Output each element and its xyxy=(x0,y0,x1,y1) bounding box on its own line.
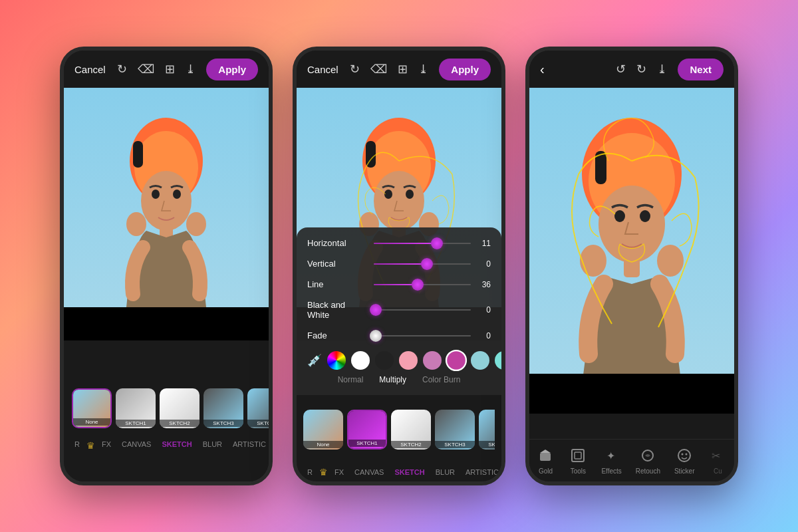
slider-bw-thumb[interactable] xyxy=(370,304,382,316)
cat-blur-2[interactable]: BLUR xyxy=(430,466,460,479)
svg-point-8 xyxy=(186,212,206,236)
tool-sticker[interactable]: Sticker xyxy=(674,446,695,475)
filter-thumb-2-1[interactable]: SKTCH2 xyxy=(160,388,200,428)
download-icon-2[interactable]: ⤓ xyxy=(418,62,428,76)
redo-icon-2[interactable]: ↻ xyxy=(350,62,360,76)
filter-thumb-1-1[interactable]: SKTCH1 xyxy=(116,388,156,428)
filter-thumb-none-2[interactable]: None xyxy=(303,410,343,450)
top-bar-2: Cancel ↻ ⌫ ⊞ ⤓ Apply xyxy=(297,51,501,88)
color-extra[interactable] xyxy=(495,351,505,370)
blend-colorburn[interactable]: Color Burn xyxy=(422,375,460,384)
next-button-3[interactable]: Next xyxy=(678,59,724,80)
eraser-icon-1[interactable]: ⌫ xyxy=(138,62,154,76)
eyedropper-icon[interactable]: 💉 xyxy=(307,353,322,368)
filter-label-none-2: None xyxy=(303,441,343,448)
top-bar-right-1: ↻ ⌫ ⊞ ⤓ Apply xyxy=(117,59,258,80)
svg-rect-24 xyxy=(624,254,640,277)
copy-icon-2[interactable]: ⊞ xyxy=(398,62,408,76)
cat-artistic-2[interactable]: ARTISTIC xyxy=(460,466,501,479)
color-purple-selected[interactable] xyxy=(446,350,467,371)
cat-sketch-2[interactable]: SKETCH xyxy=(389,466,430,479)
cat-fx-1[interactable]: FX xyxy=(96,438,116,454)
cat-r-2[interactable]: R xyxy=(302,466,318,479)
cat-blur-1[interactable]: BLUR xyxy=(198,438,227,454)
phone-panel-3: ‹ ↺ ↻ ⤓ Next xyxy=(525,47,738,485)
filter-thumb-2-2[interactable]: SKTCH2 xyxy=(391,410,431,450)
color-white[interactable] xyxy=(351,351,370,370)
apply-button-2[interactable]: Apply xyxy=(439,59,491,80)
cancel-button-2[interactable]: Cancel xyxy=(307,64,338,75)
slider-line-thumb[interactable] xyxy=(412,279,424,291)
color-teal[interactable] xyxy=(471,351,489,370)
download-icon-3[interactable]: ⤓ xyxy=(657,62,667,76)
filter-thumb-4-2[interactable]: SKTCH4 xyxy=(479,410,495,450)
cat-crown-1[interactable]: ♛ xyxy=(85,438,96,454)
slider-vertical-track[interactable] xyxy=(374,263,471,265)
slider-horizontal-thumb[interactable] xyxy=(431,237,443,249)
filter-thumb-none-1[interactable]: None xyxy=(72,388,112,428)
apply-button-1[interactable]: Apply xyxy=(206,59,258,80)
slider-vertical-thumb[interactable] xyxy=(421,258,433,270)
slider-fade-thumb[interactable] xyxy=(370,330,382,342)
slider-line-value: 36 xyxy=(477,280,491,289)
image-area-3 xyxy=(529,88,734,414)
filter-label-4-1: SKTCH4 xyxy=(247,420,269,427)
cat-canvas-1[interactable]: CANVAS xyxy=(116,438,156,454)
tool-effects[interactable]: ✦ Effects xyxy=(601,446,621,475)
slider-fade-track[interactable] xyxy=(374,335,471,336)
tool-retouch[interactable]: Retouch xyxy=(636,446,660,475)
filter-thumb-4-1[interactable]: SKTCH4 xyxy=(247,388,269,428)
dark-bottom-3 xyxy=(529,374,734,414)
tools-icon xyxy=(569,446,587,465)
svg-point-5 xyxy=(173,190,181,199)
slider-horizontal-track[interactable] xyxy=(374,243,471,244)
svg-rect-30 xyxy=(575,452,581,459)
undo-icon-3[interactable]: ↺ xyxy=(616,62,626,76)
redo-icon-3[interactable]: ↻ xyxy=(636,62,646,76)
svg-point-7 xyxy=(126,212,146,236)
copy-icon-1[interactable]: ⊞ xyxy=(165,62,175,76)
filter-label-2-2: SKTCH2 xyxy=(391,441,431,448)
blend-normal[interactable]: Normal xyxy=(338,375,364,384)
svg-point-33 xyxy=(678,450,690,462)
category-tabs-1: R ♛ FX CANVAS SKETCH BLUR ARTISTIC MA xyxy=(64,435,269,460)
svg-point-34 xyxy=(682,454,684,456)
redo-icon-1[interactable]: ↻ xyxy=(117,62,127,76)
tool-cut[interactable]: ✂ Cu xyxy=(708,446,727,475)
svg-point-26 xyxy=(657,245,684,277)
tool-tools[interactable]: Tools xyxy=(569,446,587,475)
slider-bw-track[interactable] xyxy=(374,309,471,311)
filter-row-2: None SKTCH1 SKTCH2 SKTCH3 SKTCH4 xyxy=(303,410,495,450)
eraser-icon-2[interactable]: ⌫ xyxy=(370,62,387,76)
slider-horizontal-fill xyxy=(374,243,437,244)
cat-crown-2[interactable]: ♛ xyxy=(318,466,329,479)
filter-thumb-1-2[interactable]: SKTCH1 xyxy=(347,410,387,450)
slider-bw-label: Black and White xyxy=(307,300,367,320)
slider-line-track[interactable] xyxy=(374,284,471,285)
svg-point-21 xyxy=(598,186,665,263)
bottom-toolbar-3: Gold Tools ✦ Effects Retouch Sticker xyxy=(529,439,734,481)
filter-label-3-2: SKTCH3 xyxy=(435,441,475,448)
blend-multiply[interactable]: Multiply xyxy=(379,375,406,384)
download-icon-1[interactable]: ⤓ xyxy=(186,62,196,76)
slider-vertical-fill xyxy=(374,263,427,265)
cancel-button-1[interactable]: Cancel xyxy=(74,64,106,75)
color-purple-light[interactable] xyxy=(423,351,442,370)
gold-icon xyxy=(536,446,555,465)
filter-thumb-3-1[interactable]: SKTCH3 xyxy=(203,388,243,428)
back-button-3[interactable]: ‹ xyxy=(540,62,545,77)
cat-artistic-1[interactable]: ARTISTIC xyxy=(227,438,269,454)
svg-point-4 xyxy=(152,190,160,199)
filter-label-1-2: SKTCH1 xyxy=(348,440,386,447)
cat-sketch-1[interactable]: SKETCH xyxy=(156,438,197,454)
cat-fx-2[interactable]: FX xyxy=(329,466,349,479)
color-pink-light[interactable] xyxy=(399,351,418,370)
tool-gold[interactable]: Gold xyxy=(536,446,555,475)
cat-r-1[interactable]: R xyxy=(69,438,85,454)
cat-canvas-2[interactable]: CANVAS xyxy=(349,466,389,479)
color-rainbow[interactable] xyxy=(327,351,346,370)
color-black[interactable] xyxy=(375,351,394,370)
filter-label-1-1: SKTCH1 xyxy=(116,420,156,427)
slider-horizontal-label: Horizontal xyxy=(307,238,367,248)
filter-thumb-3-2[interactable]: SKTCH3 xyxy=(435,410,475,450)
